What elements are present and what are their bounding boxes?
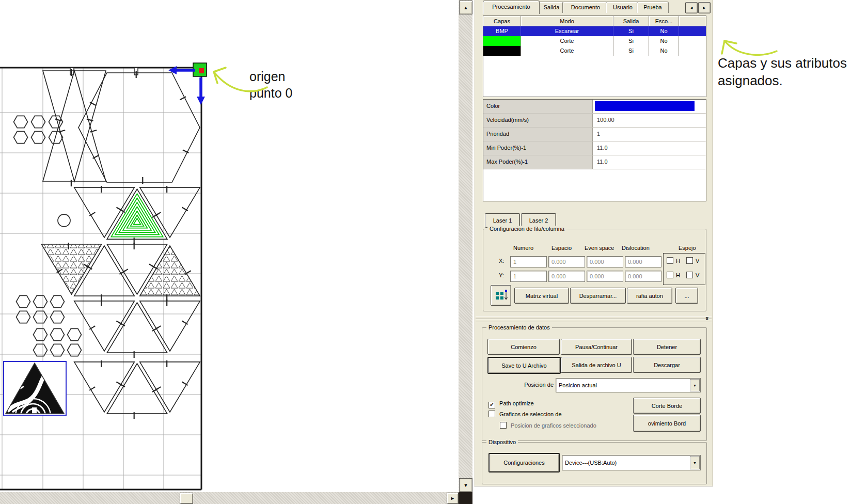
x-numero-field[interactable]: 1 [510, 256, 547, 267]
col-capas[interactable]: Capas [483, 16, 521, 26]
tab-prueba[interactable]: Prueba [637, 2, 669, 13]
layer-mode[interactable]: Corte [521, 36, 613, 46]
y-mirror-h-checkbox[interactable]: H [667, 272, 680, 278]
ufile-output-button[interactable]: Salida de archivo U [561, 357, 632, 373]
tab-scroll-right-button[interactable]: ► [698, 2, 711, 13]
position-dropdown[interactable]: Posicion actual ▼ [556, 378, 701, 392]
hexagon-cluster[interactable] [14, 116, 63, 143]
green-scan-triangle[interactable] [107, 189, 167, 244]
tab-salida[interactable]: Salida [538, 2, 565, 13]
origin-marker[interactable] [168, 63, 207, 105]
layer-swatch-black[interactable] [483, 46, 521, 56]
y-numero-field[interactable]: 1 [510, 271, 547, 282]
y-mirror-v-checkbox[interactable]: V [686, 272, 699, 278]
move-border-button[interactable]: ovimiento Bord [633, 415, 701, 432]
col-modo[interactable]: Modo [521, 16, 613, 26]
cut-border-button[interactable]: Corte Borde [633, 398, 701, 414]
start-button[interactable]: Comienzo [487, 339, 560, 355]
layer-esco[interactable]: No [649, 26, 679, 36]
tab-documento[interactable]: Documento [562, 2, 609, 13]
save-ufile-button[interactable]: Save to U Archivo [487, 357, 561, 374]
layer-row-green[interactable]: Corte Si No [483, 36, 706, 46]
x-dislocation-field[interactable]: 0.000 [625, 256, 661, 267]
layer-esco[interactable]: No [649, 46, 679, 56]
layer-output[interactable]: Si [613, 26, 649, 36]
col-salida[interactable]: Salida [613, 16, 649, 26]
property-value[interactable]: 11.0 [593, 155, 706, 169]
hexagon-piece [49, 116, 63, 128]
layer-esco[interactable]: No [649, 36, 679, 46]
x-espacio-field[interactable]: 0.000 [548, 256, 585, 267]
col-esco[interactable]: Esco... [649, 16, 679, 26]
dropdown-button[interactable]: ▼ [690, 456, 700, 469]
layer-output[interactable]: Si [613, 46, 649, 56]
puzzle-triangle-piece[interactable] [43, 71, 106, 186]
dropdown-button[interactable]: ▼ [690, 379, 700, 391]
array-preview-button[interactable] [491, 285, 511, 306]
color-swatch-blue[interactable] [595, 101, 695, 111]
virtual-array-button[interactable]: Matriz virtual [514, 288, 569, 304]
puzzle-triangle-piece[interactable] [140, 300, 200, 351]
green-swatch [483, 36, 521, 46]
scroll-up-button[interactable]: ▲ [459, 1, 472, 14]
property-row-maxpower[interactable]: Max Poder(%)-1 11.0 [483, 155, 706, 169]
device-value: Device---(USB:Auto) [565, 455, 690, 470]
more-button[interactable]: ... [675, 288, 698, 304]
layer-swatch-green[interactable] [483, 36, 521, 46]
selected-graphics-checkbox[interactable]: Graficos de seleccion de [488, 411, 562, 417]
property-value[interactable]: 11.0 [593, 141, 706, 155]
layer-output[interactable]: Si [613, 36, 649, 46]
tab-scroll-left-button[interactable]: ◄ [685, 2, 698, 13]
design-canvas[interactable] [0, 0, 459, 492]
canvas-vertical-scrollbar[interactable]: ▲ ▼ [459, 0, 472, 492]
x-mirror-h-checkbox[interactable]: H [667, 257, 680, 264]
auto-layout-button[interactable]: rafia auton [627, 288, 672, 304]
scroll-down-button[interactable]: ▼ [459, 478, 472, 492]
property-value[interactable]: 100.00 [593, 114, 706, 127]
close-icon[interactable]: x [705, 316, 708, 322]
hexagon-panel-piece[interactable] [78, 71, 200, 184]
selected-graphics-position-checkbox[interactable]: Posicion de graficos seleccionado [500, 422, 630, 429]
spread-button[interactable]: Desparramar... [570, 288, 626, 304]
pattern-triangle-piece[interactable] [41, 243, 102, 294]
layer-mode[interactable]: Corte [521, 46, 613, 56]
layer-swatch-bmp[interactable]: BMP [483, 26, 521, 36]
property-row-priority[interactable]: Prioridad 1 [483, 128, 706, 141]
download-button[interactable]: Descargar [633, 357, 701, 373]
property-value[interactable] [593, 100, 706, 113]
group-title: Configuracion de fila/columna [487, 226, 566, 232]
y-evenspace-field[interactable]: 0.000 [587, 271, 623, 282]
layer-row-bmp[interactable]: BMP Escanear Si No [483, 26, 706, 36]
arrow-right-icon: ► [702, 6, 706, 10]
y-espacio-field[interactable]: 0.000 [548, 271, 585, 282]
hexagon-cluster[interactable] [17, 295, 82, 356]
layer-row-black[interactable]: Corte Si No [483, 46, 706, 56]
stop-button[interactable]: Detener [633, 339, 701, 355]
x-mirror-v-checkbox[interactable]: V [686, 257, 699, 264]
property-row-speed[interactable]: Velocidad(mm/s) 100.00 [483, 114, 706, 128]
pause-continue-button[interactable]: Pausa/Continuar [561, 339, 632, 355]
layer-mode[interactable]: Escanear [521, 26, 613, 36]
path-optimize-checkbox[interactable]: ✔ Path optimize [488, 400, 534, 408]
puzzle-triangle-piece[interactable] [107, 303, 167, 358]
device-dropdown[interactable]: Device---(USB:Auto) ▼ [562, 455, 701, 470]
tab-usuario[interactable]: Usuario [606, 2, 640, 13]
header-espejo: Espejo [679, 245, 696, 251]
canvas-horizontal-scrollbar[interactable]: ► [0, 492, 459, 504]
puzzle-triangle-piece[interactable] [43, 69, 106, 181]
property-row-minpower[interactable]: Min Poder(%)-1 11.0 [483, 141, 706, 155]
puzzle-triangle-piece[interactable] [107, 364, 167, 419]
bmp-image-piece[interactable] [4, 361, 66, 434]
tab-procesamiento[interactable]: Procesamiento [483, 1, 540, 14]
property-value[interactable]: 1 [593, 128, 706, 141]
property-row-color[interactable]: Color [483, 100, 706, 114]
circle-piece[interactable] [58, 214, 70, 227]
x-evenspace-field[interactable]: 0.000 [587, 256, 623, 267]
checkbox-icon [488, 411, 495, 417]
device-settings-button[interactable]: Configuraciones [488, 453, 560, 472]
design-canvas-svg[interactable] [0, 0, 459, 492]
hscroll-thumb[interactable] [180, 493, 193, 504]
y-dislocation-field[interactable]: 0.000 [625, 271, 661, 282]
puzzle-triangle-piece[interactable] [140, 360, 200, 412]
scroll-right-button[interactable]: ► [447, 493, 459, 504]
